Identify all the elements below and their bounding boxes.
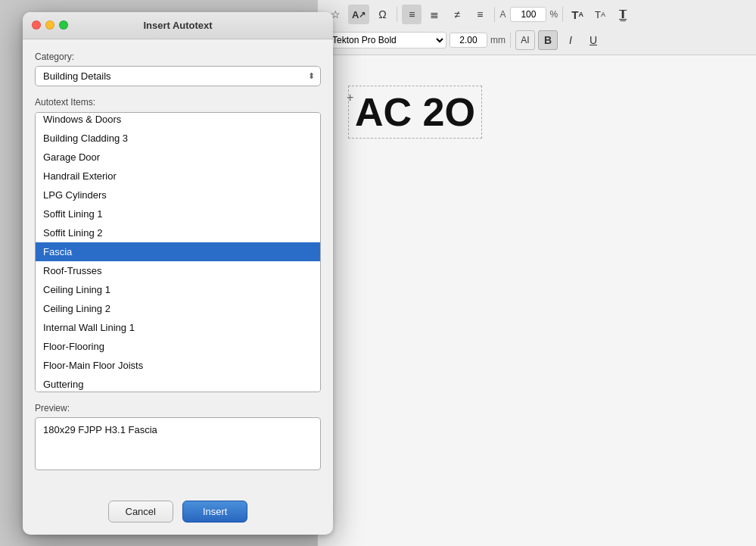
insert-button[interactable]: Insert bbox=[182, 501, 248, 523]
close-button[interactable] bbox=[32, 20, 41, 30]
list-item[interactable]: Ceiling Lining 2 bbox=[36, 299, 320, 318]
category-label: Category: bbox=[35, 51, 321, 62]
list-item[interactable]: Ceiling Lining 1 bbox=[36, 280, 320, 299]
list-item[interactable]: Building Cladding 3 bbox=[36, 129, 320, 148]
autotext-list[interactable]: Windows & DoorsBuilding Cladding 3Garage… bbox=[35, 112, 321, 392]
list-item[interactable]: Soffit Lining 1 bbox=[36, 204, 320, 223]
list-item[interactable]: Guttering bbox=[36, 375, 320, 392]
cancel-button[interactable]: Cancel bbox=[108, 501, 173, 523]
dialog-titlebar: Insert Autotext bbox=[23, 12, 333, 39]
list-item[interactable]: Floor-Main Floor Joists bbox=[36, 356, 320, 375]
list-item[interactable]: Roof-Trusses bbox=[36, 261, 320, 280]
category-select-wrapper: Building Details ⬍ bbox=[35, 66, 321, 86]
list-item[interactable]: Fascia bbox=[36, 242, 320, 261]
list-item[interactable]: Soffit Lining 2 bbox=[36, 223, 320, 242]
autotext-items-label: Autotext Items: bbox=[35, 97, 321, 108]
list-item[interactable]: Garage Door bbox=[36, 148, 320, 167]
window-controls bbox=[32, 20, 68, 30]
category-select[interactable]: Building Details bbox=[35, 66, 321, 86]
minimize-button[interactable] bbox=[45, 20, 54, 30]
list-item[interactable]: Windows & Doors bbox=[36, 112, 320, 129]
dialog-overlay: Insert Autotext Category: Building Detai… bbox=[0, 0, 756, 546]
preview-box: 180x29 FJPP H3.1 Fascia bbox=[35, 417, 321, 470]
list-item[interactable]: Handrail Exterior bbox=[36, 167, 320, 186]
maximize-button[interactable] bbox=[59, 20, 68, 30]
dialog-footer: Cancel Insert bbox=[23, 493, 333, 535]
dialog-title: Insert Autotext bbox=[143, 20, 212, 31]
list-item[interactable]: Internal Wall Lining 1 bbox=[36, 318, 320, 337]
dialog-body: Category: Building Details ⬍ Autotext It… bbox=[23, 39, 333, 493]
list-item[interactable]: Floor-Flooring bbox=[36, 337, 320, 356]
insert-autotext-dialog: Insert Autotext Category: Building Detai… bbox=[23, 12, 333, 535]
list-item[interactable]: LPG Cylinders bbox=[36, 186, 320, 204]
preview-label: Preview: bbox=[35, 403, 321, 413]
desktop: ☆ A↗ Ω ≡ ≣ ≠ ≡ A 100 % TA TA T̲ Tekton P… bbox=[0, 0, 756, 546]
